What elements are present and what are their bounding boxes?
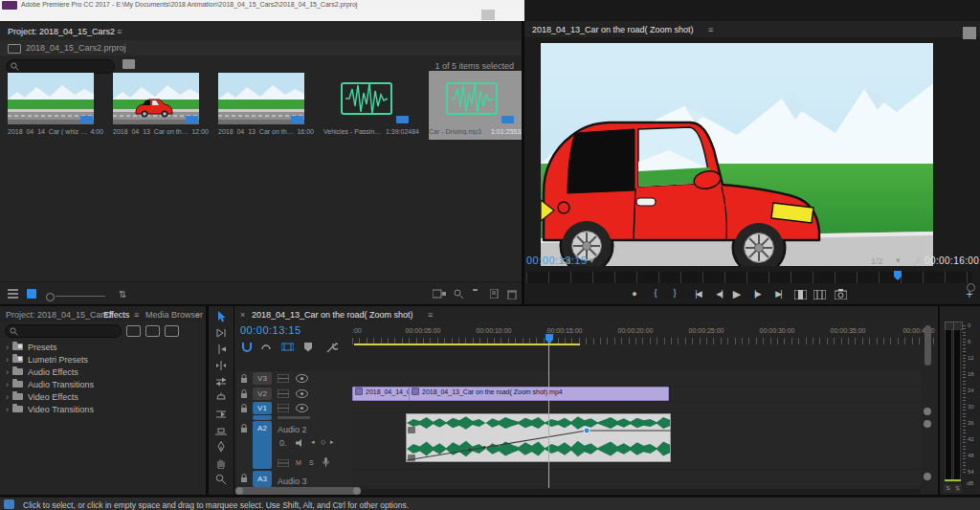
trash-icon[interactable] [507, 289, 517, 299]
extract-button[interactable] [813, 290, 826, 299]
panel-menu-icon[interactable]: ≡ [428, 310, 433, 320]
hand-tool[interactable] [212, 456, 231, 470]
monitor-current-timecode[interactable]: 00:00:13:15 [526, 255, 588, 266]
solo-button-right[interactable]: S [953, 484, 962, 493]
export-frame-button[interactable] [835, 289, 847, 299]
panel-corner-button[interactable] [963, 27, 976, 39]
audio3-track-name[interactable]: Audio 3 [278, 477, 307, 486]
timeline-hscrollbar-thumb[interactable] [237, 487, 358, 495]
solo-button-left[interactable]: S [944, 484, 952, 493]
lift-button[interactable] [794, 290, 807, 299]
zoom-slider-track[interactable] [56, 296, 105, 297]
linked-selection-icon[interactable] [260, 342, 272, 352]
timeline-current-timecode[interactable]: 00:00:13:15 [240, 324, 301, 336]
next-keyframe-icon[interactable]: ▸ [330, 438, 334, 446]
vscroll-handle[interactable] [924, 473, 931, 480]
tab-project[interactable]: Project: 2018_04_15_Cars2 [6, 310, 113, 320]
timeline-tab[interactable]: 2018_04_13_Car on the road( Zoom shot) [252, 310, 413, 320]
track-target-v2[interactable]: V2 [253, 388, 272, 400]
panel-menu-icon[interactable]: ≡ [708, 25, 713, 34]
close-icon[interactable]: × [240, 310, 245, 320]
source-patch-icon[interactable] [278, 459, 289, 467]
playback-resolution-dropdown[interactable]: 1/2 [871, 256, 883, 266]
monitor-playhead-marker[interactable] [892, 270, 903, 281]
effects-folder-lumetri[interactable]: ›Lumetri Presets [6, 353, 197, 366]
disclosure-icon[interactable]: › [6, 380, 9, 389]
lock-icon[interactable] [240, 389, 248, 398]
tab-overflow-icon[interactable]: » [195, 310, 200, 320]
timeline-audio-clip[interactable] [406, 413, 671, 462]
snap-icon[interactable] [241, 342, 253, 352]
go-to-in-button[interactable]: |◀ [689, 289, 706, 299]
search-in-bin-icon[interactable] [122, 59, 135, 69]
razor-tool[interactable] [212, 391, 231, 405]
find-icon[interactable] [454, 289, 464, 299]
track-lane-a3[interactable] [352, 471, 921, 486]
add-marker-button[interactable]: ● [628, 289, 641, 299]
disclosure-icon[interactable]: › [6, 392, 9, 402]
source-patch-icon[interactable] [278, 389, 289, 398]
vscroll-handle[interactable] [924, 420, 931, 428]
zoom-slider-handle[interactable] [46, 293, 55, 301]
lock-icon[interactable] [240, 404, 248, 412]
effects-folder-presets[interactable]: ›Presets [6, 341, 197, 353]
timeline-settings-wrench-icon[interactable] [326, 342, 338, 353]
monitor-scrubber-bar[interactable] [526, 272, 972, 283]
solo-button[interactable]: S [309, 459, 314, 466]
disclosure-icon[interactable]: › [6, 405, 9, 414]
eye-icon[interactable] [296, 404, 308, 412]
bin-breadcrumb[interactable]: 2018_04_15_Cars2.prproj [26, 43, 126, 53]
settings-wrench-icon[interactable] [911, 256, 922, 267]
project-item-selected[interactable]: Car - Driving.mp31:01:25532 [429, 71, 522, 140]
pen-tool[interactable] [212, 440, 231, 454]
hscroll-handle-right[interactable] [353, 487, 361, 495]
lock-icon[interactable] [240, 424, 248, 432]
effects-folder-audio-effects[interactable]: ›Audio Effects [6, 366, 197, 378]
slide-tool[interactable] [212, 424, 231, 437]
track-target-a3[interactable]: A3 [253, 471, 272, 487]
chevron-down-icon[interactable]: ▾ [590, 255, 594, 265]
track-lane-v3[interactable] [352, 371, 921, 386]
source-patch-icon[interactable] [278, 374, 289, 383]
disclosure-icon[interactable]: › [6, 367, 9, 377]
add-keyframe-icon[interactable]: ◇ [321, 438, 325, 446]
add-marker-icon[interactable] [303, 342, 313, 352]
eye-icon[interactable] [296, 389, 308, 398]
project-panel-tab[interactable]: Project: 2018_04_15_Cars2 [8, 27, 115, 36]
project-item[interactable]: Vehicles - Passing.mp31:39:02484 [323, 71, 419, 140]
work-area-bar[interactable] [354, 344, 580, 345]
list-view-icon[interactable] [8, 289, 18, 299]
tab-effects[interactable]: Effects [103, 310, 129, 320]
timeline-playhead-marker[interactable] [544, 333, 555, 344]
hscroll-handle-left[interactable] [235, 487, 243, 495]
play-button[interactable]: ▶ [729, 288, 745, 300]
automate-to-sequence-icon[interactable] [433, 289, 446, 299]
go-to-out-button[interactable]: ▶| [769, 289, 787, 299]
program-monitor-tab[interactable]: 2018_04_13_Car on the road( Zoom shot) [532, 25, 694, 34]
thumbnail-size-icon[interactable]: ⇅ [119, 289, 126, 299]
lock-icon[interactable] [240, 474, 248, 482]
effects-folder-audio-transitions[interactable]: ›Audio Transitions [6, 378, 197, 390]
chevron-down-icon[interactable]: ▾ [896, 255, 901, 265]
track-select-forward-tool[interactable] [212, 326, 231, 340]
mark-in-button[interactable]: { [649, 288, 662, 298]
zoom-fit-dropdown[interactable]: Fit [561, 256, 570, 266]
track-target-v3[interactable]: V3 [253, 372, 272, 385]
timeline-vscrollbar-thumb[interactable] [924, 325, 931, 366]
project-item[interactable]: 2018_04_13_Car on the ro...12:00 [113, 71, 209, 140]
timeline-clip-v2-2[interactable]: 2018_04_13_Car on the road( Zoom shot).m… [409, 387, 669, 401]
speaker-icon[interactable] [296, 439, 304, 447]
step-back-button[interactable]: ◀| [710, 289, 727, 299]
slip-tool[interactable] [212, 408, 231, 421]
track-target-a2[interactable]: A2 [253, 421, 272, 469]
32bit-color-filter-icon[interactable] [145, 325, 160, 337]
panel-menu-icon[interactable]: ≡ [117, 27, 122, 36]
disclosure-icon[interactable]: › [6, 343, 9, 352]
step-forward-button[interactable]: |▶ [748, 289, 766, 299]
rate-stretch-tool[interactable] [212, 375, 231, 388]
button-editor-plus-button[interactable]: + [963, 288, 976, 301]
project-item[interactable]: 2018_04_14_Car ( whiz by )...4:00 [8, 71, 103, 140]
project-item[interactable]: 2018_04_13_Car on the ro...16:00 [218, 71, 314, 140]
nest-sequence-icon[interactable] [281, 342, 294, 352]
disclosure-icon[interactable]: › [6, 355, 9, 365]
